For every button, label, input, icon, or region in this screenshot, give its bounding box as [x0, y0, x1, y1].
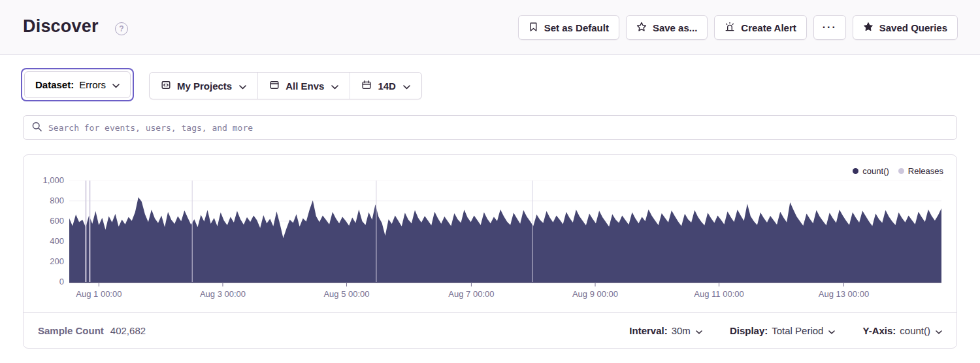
- date-range-label: 14D: [378, 80, 396, 92]
- page-title: Discover: [23, 16, 99, 37]
- x-axis-tick-label: Aug 5 00:00: [304, 289, 389, 299]
- create-alert-button[interactable]: Create Alert: [714, 15, 806, 40]
- search-input[interactable]: [48, 123, 949, 133]
- projects-label: My Projects: [177, 80, 232, 92]
- legend-dot-icon: [853, 168, 858, 174]
- saved-queries-button[interactable]: Saved Queries: [853, 15, 958, 40]
- y-axis-tick-label: 200: [24, 256, 64, 267]
- saved-queries-label: Saved Queries: [879, 22, 947, 33]
- projects-dropdown[interactable]: My Projects: [150, 73, 257, 99]
- chevron-down-icon: [239, 80, 246, 92]
- chevron-down-icon: [403, 80, 410, 92]
- y-axis-tick-label: 400: [24, 236, 64, 247]
- set-as-default-button[interactable]: Set as Default: [518, 15, 619, 40]
- legend-label: count(): [862, 166, 889, 176]
- interval-value: 30m: [672, 325, 691, 336]
- x-axis-tick-label: Aug 13 00:00: [801, 289, 886, 299]
- star-outline-icon: [636, 22, 647, 34]
- date-range-dropdown[interactable]: 14D: [350, 73, 421, 99]
- legend-label: Releases: [908, 166, 943, 176]
- header-actions: Set as Default Save as... Create Alert ·…: [518, 15, 958, 40]
- chevron-down-icon: [936, 325, 942, 336]
- dataset-highlight-outline: Dataset: Errors: [21, 68, 134, 101]
- search-bar: [23, 115, 957, 140]
- count-area-series[interactable]: [69, 198, 941, 282]
- window-icon: [269, 80, 280, 92]
- display-label: Display:: [730, 325, 768, 336]
- x-axis-tick-label: Aug 7 00:00: [429, 289, 514, 299]
- chart-footer: Sample Count 402,682 Interval: 30m Displ…: [24, 312, 956, 348]
- page-filter-bar: My Projects All Envs 14D: [149, 72, 422, 99]
- ellipsis-icon: ···: [823, 22, 837, 33]
- display-dropdown[interactable]: Display: Total Period: [730, 325, 836, 336]
- environment-dropdown[interactable]: All Envs: [257, 73, 350, 99]
- chevron-down-icon: [828, 325, 835, 336]
- bookmark-icon: [529, 22, 538, 34]
- help-icon[interactable]: ?: [115, 22, 128, 35]
- calendar-icon: [361, 80, 372, 92]
- events-chart-panel: count()Releases 02004006008001,000 Aug 1…: [23, 154, 957, 349]
- siren-icon: [725, 22, 735, 34]
- chevron-down-icon: [696, 325, 702, 336]
- save-as-label: Save as...: [653, 22, 697, 33]
- interval-dropdown[interactable]: Interval: 30m: [629, 325, 702, 336]
- page-header: Discover ? Set as Default Save as... Cre…: [0, 0, 980, 55]
- sample-count-label: Sample Count: [38, 325, 104, 336]
- sample-count-value: 402,682: [110, 325, 146, 336]
- search-icon: [31, 121, 42, 135]
- set-as-default-label: Set as Default: [544, 22, 609, 33]
- y-axis-tick-label: 1,000: [24, 175, 64, 186]
- y-axis-dropdown[interactable]: Y-Axis: count(): [862, 325, 942, 336]
- create-alert-label: Create Alert: [741, 22, 796, 33]
- x-axis-tick-label: Aug 3 00:00: [180, 289, 265, 299]
- environment-label: All Envs: [286, 80, 324, 92]
- legend-item-count[interactable]: count(): [853, 166, 889, 176]
- interval-label: Interval:: [629, 325, 667, 336]
- x-axis-tick-label: Aug 9 00:00: [553, 289, 638, 299]
- legend-dot-icon: [898, 168, 904, 174]
- save-as-button[interactable]: Save as...: [626, 15, 708, 40]
- y-axis-value: count(): [900, 325, 930, 336]
- dataset-dropdown[interactable]: Dataset: Errors: [24, 71, 131, 98]
- projects-icon: [161, 80, 171, 92]
- events-area-chart[interactable]: [69, 181, 941, 286]
- dataset-label: Dataset:: [35, 79, 74, 90]
- y-axis-label: Y-Axis:: [862, 325, 896, 336]
- display-value: Total Period: [772, 325, 823, 336]
- chevron-down-icon: [112, 79, 120, 90]
- more-options-button[interactable]: ···: [813, 15, 846, 40]
- y-axis-tick-label: 800: [24, 196, 64, 206]
- x-axis-tick-label: Aug 1 00:00: [56, 289, 141, 299]
- y-axis-tick-label: 600: [24, 216, 64, 226]
- legend-item-releases[interactable]: Releases: [898, 166, 943, 176]
- y-axis-tick-label: 0: [24, 277, 64, 287]
- star-filled-icon: [863, 22, 874, 34]
- x-axis-tick-label: Aug 11 00:00: [677, 289, 762, 299]
- dataset-value: Errors: [79, 79, 106, 90]
- chevron-down-icon: [331, 80, 338, 92]
- chart-legend: count()Releases: [853, 166, 943, 176]
